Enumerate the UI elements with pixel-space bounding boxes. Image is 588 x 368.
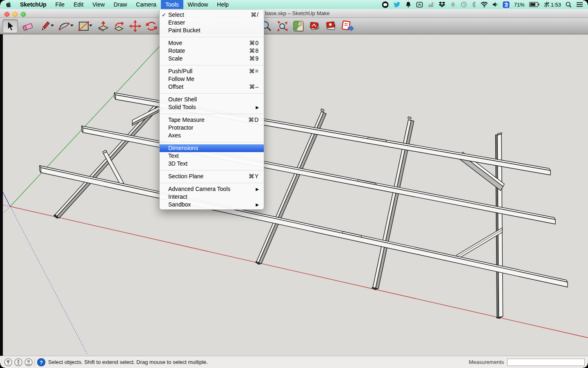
zoom-extents-button[interactable] [274, 19, 290, 33]
credits-icon[interactable] [14, 358, 23, 367]
notification-center-icon[interactable] [576, 0, 583, 9]
menubar-item-sketchup[interactable]: SketchUp [16, 0, 51, 9]
spotlight-search-icon[interactable] [566, 0, 572, 9]
menu-item-label: Scale [168, 55, 183, 63]
sign-in-icon[interactable] [24, 358, 33, 367]
battery-icon [529, 0, 539, 9]
menu-item-protractor[interactable]: Protractor [160, 124, 264, 132]
menu-item-move[interactable]: Move⌘0 [160, 39, 264, 47]
menubar-item-window[interactable]: Window [183, 0, 213, 9]
screen-corner [0, 363, 5, 368]
line-app-icon[interactable] [382, 0, 389, 9]
menu-item-advanced-camera-tools[interactable]: Advanced Camera Tools▶ [160, 185, 264, 193]
followme-icon [113, 20, 125, 32]
menu-item-shortcut: ⌘= [249, 67, 264, 75]
twitter-icon[interactable] [393, 0, 401, 9]
arc-tool-button[interactable] [56, 19, 72, 33]
menu-item-tape-measure[interactable]: Tape Measure⌘D [160, 116, 264, 124]
menu-item-select[interactable]: ✓Select⌘/ [160, 11, 264, 19]
menu-item-shortcut: ⌘– [249, 83, 264, 91]
menubar-item-edit[interactable]: Edit [69, 0, 88, 9]
menu-item-section-plane[interactable]: Section Plane⌘Y [160, 173, 264, 180]
photo-textures-button[interactable] [323, 19, 339, 33]
menu-item-axes[interactable]: Axes [160, 132, 264, 139]
move-tool-button[interactable] [127, 19, 143, 33]
menu-item-scale[interactable]: Scale⌘9 [160, 55, 264, 63]
menu-item-paint-bucket[interactable]: Paint Bucket [160, 27, 264, 34]
menu-item-eraser[interactable]: Eraser [160, 19, 264, 27]
toggle-terrain-button[interactable] [307, 19, 323, 33]
menu-item-label: Paint Bucket [168, 27, 200, 34]
time-machine-icon[interactable] [461, 0, 467, 9]
menu-item-label: Text [168, 152, 179, 160]
clock-weekday: 1:53 [544, 0, 561, 9]
bell-black-icon[interactable] [405, 0, 412, 9]
checkmark-icon: ✓ [162, 11, 167, 19]
pushpull-tool-button[interactable] [96, 19, 111, 33]
app-window-icon[interactable] [416, 0, 423, 9]
preview-earth-icon [341, 20, 354, 32]
system-menu-bar: SketchUpFileEditViewDrawCameraToolsWindo… [0, 0, 588, 9]
menu-item-label: Offset [168, 83, 183, 91]
menu-item-outer-shell[interactable]: Outer Shell [160, 96, 264, 103]
submenu-arrow-icon: ▶ [256, 201, 264, 209]
add-location-button[interactable] [291, 19, 306, 33]
menu-item-dimensions[interactable]: Dimensions [160, 144, 264, 152]
menu-item-offset[interactable]: Offset⌘– [160, 83, 264, 91]
menu-item-label: Eraser [168, 19, 185, 27]
menubar-item-camera[interactable]: Camera [131, 0, 161, 9]
line-tool-dropdown[interactable] [51, 25, 54, 27]
kana-input-icon[interactable] [503, 0, 510, 9]
photo-textures-icon [325, 20, 337, 32]
lumber-frame-model[interactable] [40, 93, 568, 319]
dropbox-icon[interactable] [439, 0, 445, 9]
menu-separator [160, 170, 264, 171]
minimize-button[interactable] [13, 12, 18, 17]
model-viewport[interactable] [0, 34, 588, 356]
brace-bottom-right [457, 228, 502, 260]
menu-item-label: Follow Me [168, 75, 194, 83]
window-title-bar[interactable]: base.skp – SketchUp Make [0, 9, 588, 18]
followme-tool-button[interactable] [111, 19, 127, 33]
menubar-item-draw[interactable]: Draw [109, 0, 131, 9]
menu-separator [160, 183, 264, 183]
blue-axis-dotted [10, 206, 87, 355]
menubar-item-file[interactable]: File [51, 0, 69, 9]
close-button[interactable] [4, 12, 9, 17]
menu-item-shortcut: ⌘9 [249, 55, 264, 63]
menu-item-interact[interactable]: Interact [160, 193, 264, 201]
select-tool-button[interactable] [2, 19, 18, 33]
menubar-item-tools[interactable]: Tools [161, 0, 183, 9]
preview-earth-button[interactable] [340, 19, 355, 33]
measurements-input[interactable] [507, 359, 585, 366]
zoom-window-button[interactable] [21, 12, 26, 17]
menu-item-label: Dimensions [168, 144, 198, 152]
menu-separator [160, 65, 264, 65]
model-canvas[interactable] [0, 34, 588, 356]
menubar-item-view[interactable]: View [88, 0, 109, 9]
menu-item-label: Interact [168, 193, 187, 201]
bell-gray-icon[interactable] [450, 0, 456, 9]
volume-icon[interactable] [492, 0, 498, 9]
geolocate-icon[interactable] [4, 358, 13, 367]
wifi-icon[interactable] [481, 0, 488, 9]
screen-corner [0, 0, 5, 5]
toggle-terrain-icon [309, 20, 321, 32]
menu-item-sandbox[interactable]: Sandbox▶ [160, 201, 264, 209]
menu-item-follow-me[interactable]: Follow Me [160, 75, 264, 83]
help-icon[interactable]: ? [37, 358, 46, 367]
battery-percent: 71% [514, 2, 525, 8]
menu-item-push-pull[interactable]: Push/Pull⌘= [160, 67, 264, 75]
arc-tool-dropdown[interactable] [70, 25, 74, 27]
menu-item-rotate[interactable]: Rotate⌘8 [160, 47, 264, 55]
rectangle-tool-dropdown[interactable] [89, 25, 92, 27]
submenu-arrow-icon: ▶ [256, 103, 264, 111]
menubar-item-help[interactable]: Help [212, 0, 233, 9]
menu-item-text[interactable]: Text [160, 152, 264, 160]
menu-item-solid-tools[interactable]: Solid Tools▶ [160, 103, 264, 111]
menu-item-3d-text[interactable]: 3D Text [160, 160, 264, 168]
eraser-tool-button[interactable] [20, 19, 36, 33]
bluetooth-icon[interactable] [472, 0, 476, 9]
rotate-tool-button[interactable] [144, 19, 159, 33]
stats-gray-icon[interactable] [428, 0, 434, 9]
